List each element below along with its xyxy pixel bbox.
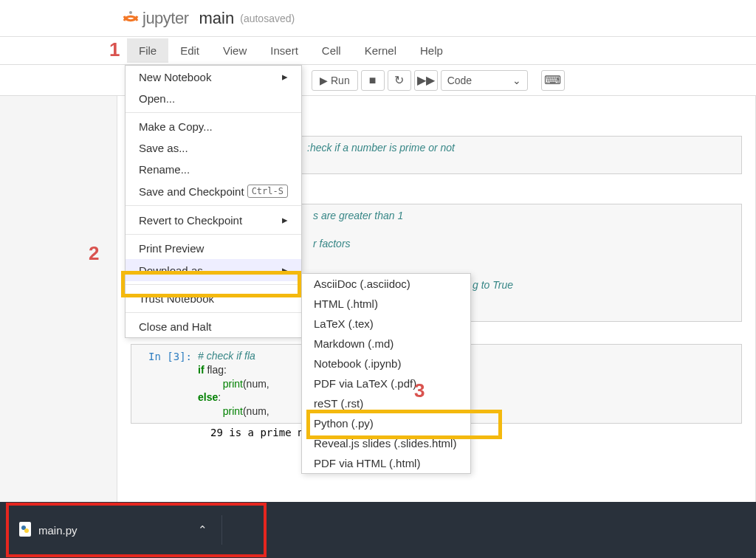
menuitem-download-asciidoc[interactable]: AsciiDoc (.asciidoc)	[302, 274, 470, 294]
taskbar-item-download[interactable]: main.py ⌃	[6, 503, 267, 557]
python-file-icon	[19, 522, 31, 539]
menuitem-close-halt[interactable]: Close and Halt	[126, 316, 301, 337]
run-label: Run	[331, 75, 350, 86]
cell-output: 29 is a prime number	[210, 424, 742, 441]
menu-cell[interactable]: Cell	[310, 38, 353, 63]
celltype-value: Code	[447, 75, 472, 86]
chevron-right-icon: ▸	[282, 213, 288, 227]
svg-point-3	[24, 528, 29, 533]
chevron-up-icon: ⌃	[198, 523, 207, 537]
menu-insert[interactable]: Insert	[258, 38, 310, 63]
separator	[126, 234, 301, 235]
menuitem-download-python[interactable]: Python (.py)	[302, 413, 470, 433]
restart-icon: ↻	[394, 73, 404, 87]
code: # check if fla if flag: print(num, else:…	[198, 349, 269, 418]
menuitem-download-ipynb[interactable]: Notebook (.ipynb)	[302, 354, 470, 373]
notebook-name[interactable]: main	[199, 9, 235, 28]
menu-view[interactable]: View	[211, 38, 258, 63]
chevron-down-icon: ⌄	[512, 75, 521, 86]
run-button[interactable]: ▶ Run	[312, 70, 358, 91]
annotation-1: 1	[109, 38, 120, 61]
restart-button[interactable]: ↻	[388, 70, 411, 91]
chevron-right-icon: ▸	[282, 264, 288, 277]
taskbar-filename: main.py	[38, 524, 78, 537]
menu-kernel[interactable]: Kernel	[353, 38, 408, 63]
menuitem-download-rst[interactable]: reST (.rst)	[302, 393, 470, 413]
toolbar: ▶ Run ■ ↻ ▶▶ Code ⌄ ⌨	[0, 65, 756, 96]
menuitem-download-pdflatex[interactable]: PDF via LaTeX (.pdf)	[302, 373, 470, 393]
cell-prompt: In [3]:	[131, 349, 198, 418]
play-icon: ▶	[320, 75, 328, 86]
annotation-2: 2	[89, 242, 99, 265]
menuitem-revert[interactable]: Revert to Checkpoint▸	[126, 209, 301, 231]
menuitem-download-as[interactable]: Download as▸	[126, 259, 301, 281]
separator	[126, 284, 301, 285]
annotation-3: 3	[414, 379, 425, 402]
menuitem-save-as[interactable]: Save as...	[126, 137, 301, 159]
fastforward-button[interactable]: ▶▶	[414, 70, 438, 91]
menuitem-make-copy[interactable]: Make a Copy...	[126, 116, 301, 137]
separator	[126, 205, 301, 206]
menuitem-rename[interactable]: Rename...	[126, 159, 301, 180]
menuitem-download-pdfhtml[interactable]: PDF via HTML (.html)	[302, 453, 470, 473]
menuitem-download-revealjs[interactable]: Reveal.js slides (.slides.html)	[302, 433, 470, 453]
menu-edit[interactable]: Edit	[168, 38, 211, 63]
logo-text: jupyter	[142, 9, 189, 28]
jupyter-icon	[122, 10, 140, 27]
separator	[126, 112, 301, 113]
menuitem-download-markdown[interactable]: Markdown (.md)	[302, 334, 470, 354]
menuitem-trust-notebook[interactable]: Trust Notebook	[126, 288, 301, 309]
autosave-status: (autosaved)	[240, 13, 295, 24]
menuitem-open[interactable]: Open...	[126, 88, 301, 109]
separator	[126, 312, 301, 313]
chevron-right-icon: ▸	[282, 70, 288, 83]
menuitem-print-preview[interactable]: Print Preview	[126, 238, 301, 259]
header: jupyter main (autosaved)	[0, 0, 756, 37]
menu-help[interactable]: Help	[408, 38, 455, 63]
download-as-submenu: AsciiDoc (.asciidoc) HTML (.html) LaTeX …	[301, 273, 471, 474]
logo: jupyter	[122, 9, 189, 28]
menuitem-new-notebook[interactable]: New Notebook▸	[126, 66, 301, 88]
file-dropdown: New Notebook▸ Open... Make a Copy... Sav…	[125, 65, 302, 338]
menu-file[interactable]: File	[127, 38, 168, 63]
separator	[221, 515, 222, 545]
menuitem-download-html[interactable]: HTML (.html)	[302, 294, 470, 314]
command-palette-button[interactable]: ⌨	[541, 70, 565, 91]
shortcut: Ctrl-S	[247, 185, 288, 198]
stop-button[interactable]: ■	[361, 70, 385, 91]
taskbar: main.py ⌃	[0, 502, 756, 558]
keyboard-icon: ⌨	[544, 73, 561, 87]
svg-point-0	[129, 11, 132, 14]
celltype-select[interactable]: Code ⌄	[441, 70, 528, 91]
fastforward-icon: ▶▶	[417, 73, 435, 87]
menuitem-download-latex[interactable]: LaTeX (.tex)	[302, 314, 470, 334]
menuitem-save-checkpoint[interactable]: Save and CheckpointCtrl-S	[126, 180, 301, 202]
stop-icon: ■	[369, 74, 377, 87]
